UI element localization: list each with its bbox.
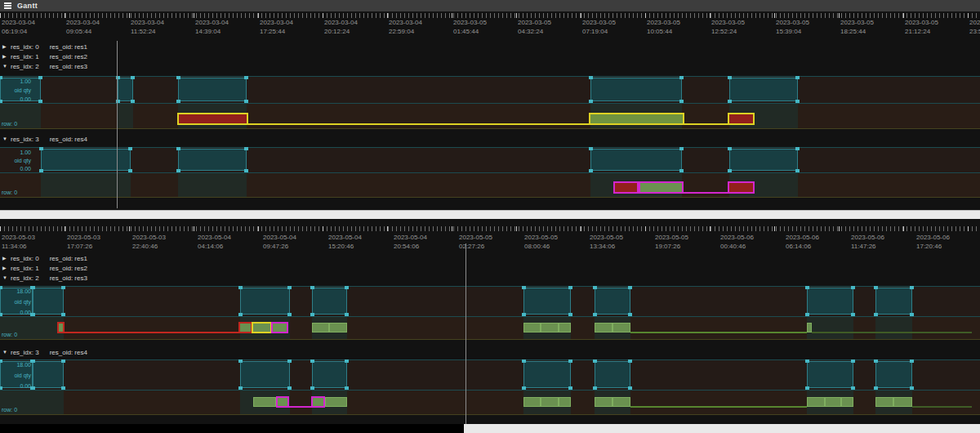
- task-bar[interactable]: [312, 323, 329, 333]
- bar-handle[interactable]: [593, 313, 597, 316]
- triangle-right-icon[interactable]: ▶: [2, 42, 11, 51]
- capacity-bar[interactable]: [178, 149, 247, 171]
- bar-handle[interactable]: [805, 286, 809, 289]
- bar-handle[interactable]: [244, 100, 248, 103]
- task-bar[interactable]: [613, 181, 639, 194]
- task-bar[interactable]: [612, 397, 630, 407]
- capacity-bar[interactable]: [729, 149, 798, 171]
- resource-row-expanded[interactable]: ▼res_idx: 2res_oid: res3: [2, 62, 87, 71]
- bar-handle[interactable]: [61, 313, 65, 316]
- bar-handle[interactable]: [238, 313, 243, 316]
- bar-handle[interactable]: [345, 386, 349, 390]
- resource-row-expanded[interactable]: ▼res_idx: 2res_oid: res3: [2, 274, 87, 283]
- bar-handle[interactable]: [593, 359, 597, 363]
- task-bar[interactable]: [595, 397, 612, 407]
- bar-handle[interactable]: [310, 359, 314, 363]
- bar-handle[interactable]: [589, 100, 593, 103]
- bar-handle[interactable]: [728, 100, 732, 103]
- bar-handle[interactable]: [39, 169, 43, 172]
- capacity-bar[interactable]: [240, 361, 290, 388]
- bar-handle[interactable]: [568, 386, 572, 390]
- task-bar[interactable]: [523, 323, 541, 333]
- bar-handle[interactable]: [176, 147, 180, 150]
- bar-handle[interactable]: [345, 286, 349, 289]
- capacity-bar[interactable]: [875, 288, 912, 315]
- resource-row-collapsed[interactable]: ▶res_idx: 1res_oid: res2: [2, 264, 87, 273]
- bar-handle[interactable]: [131, 100, 135, 103]
- bar-handle[interactable]: [38, 76, 42, 79]
- task-bar[interactable]: [589, 113, 684, 125]
- bar-handle[interactable]: [851, 386, 855, 390]
- bar-handle[interactable]: [805, 359, 809, 363]
- bar-handle[interactable]: [874, 313, 878, 316]
- bar-handle[interactable]: [287, 359, 292, 363]
- task-bar[interactable]: [893, 397, 912, 407]
- task-bar[interactable]: [325, 397, 347, 407]
- capacity-bar[interactable]: [33, 361, 64, 388]
- task-bar[interactable]: [276, 396, 289, 408]
- capacity-bar[interactable]: [590, 149, 682, 171]
- task-bar[interactable]: [252, 322, 272, 333]
- bar-handle[interactable]: [795, 169, 800, 172]
- bar-handle[interactable]: [874, 359, 878, 363]
- triangle-right-icon[interactable]: ▶: [2, 264, 11, 273]
- task-bar[interactable]: [541, 323, 559, 333]
- bar-handle[interactable]: [238, 386, 243, 390]
- bar-handle[interactable]: [131, 76, 135, 79]
- bar-handle[interactable]: [176, 76, 180, 79]
- bar-handle[interactable]: [589, 147, 593, 150]
- triangle-down-icon[interactable]: ▼: [2, 274, 11, 283]
- capacity-bar[interactable]: [523, 288, 571, 315]
- capacity-bar[interactable]: [807, 288, 853, 315]
- bar-handle[interactable]: [128, 147, 132, 150]
- task-bar[interactable]: [825, 397, 841, 407]
- resource-row-expanded[interactable]: ▼res_idx: 3res_oid: res4: [2, 135, 87, 144]
- bar-handle[interactable]: [568, 313, 572, 316]
- resource-row-collapsed[interactable]: ▶res_idx: 1res_oid: res2: [2, 52, 87, 61]
- bar-handle[interactable]: [238, 286, 243, 289]
- bar-handle[interactable]: [628, 313, 632, 316]
- bar-handle[interactable]: [628, 286, 632, 289]
- task-bar[interactable]: [807, 397, 825, 407]
- bar-handle[interactable]: [38, 100, 42, 103]
- bar-handle[interactable]: [31, 359, 35, 363]
- bar-handle[interactable]: [31, 386, 35, 390]
- triangle-down-icon[interactable]: ▼: [2, 62, 11, 71]
- capacity-bar[interactable]: [590, 78, 682, 101]
- bar-handle[interactable]: [310, 286, 314, 289]
- bar-handle[interactable]: [805, 386, 809, 390]
- bar-handle[interactable]: [568, 286, 572, 289]
- task-bar[interactable]: [311, 396, 325, 408]
- task-bar[interactable]: [728, 181, 755, 194]
- bar-handle[interactable]: [522, 286, 526, 289]
- capacity-bar[interactable]: [312, 288, 347, 315]
- bar-handle[interactable]: [628, 359, 632, 363]
- capacity-bar[interactable]: [875, 361, 912, 388]
- task-bar[interactable]: [559, 397, 571, 407]
- capacity-bar[interactable]: [312, 361, 347, 388]
- bar-handle[interactable]: [851, 313, 855, 316]
- bar-handle[interactable]: [679, 169, 684, 172]
- bar-handle[interactable]: [910, 313, 914, 316]
- window-titlebar[interactable]: Gantt: [0, 0, 980, 11]
- bar-handle[interactable]: [287, 286, 292, 289]
- bar-handle[interactable]: [345, 359, 349, 363]
- bar-handle[interactable]: [522, 313, 526, 316]
- capacity-bar[interactable]: [595, 288, 630, 315]
- bar-handle[interactable]: [61, 386, 65, 390]
- task-bar[interactable]: [329, 323, 347, 333]
- task-bar[interactable]: [57, 322, 65, 333]
- panel-splitter-scrollbar[interactable]: [0, 210, 980, 219]
- bar-handle[interactable]: [589, 76, 593, 79]
- task-bar[interactable]: [523, 397, 541, 407]
- bar-handle[interactable]: [244, 169, 248, 172]
- task-bar[interactable]: [639, 181, 684, 194]
- bar-handle[interactable]: [874, 286, 878, 289]
- bar-handle[interactable]: [31, 286, 35, 289]
- bar-handle[interactable]: [522, 359, 526, 363]
- bar-handle[interactable]: [61, 286, 65, 289]
- triangle-down-icon[interactable]: ▼: [2, 348, 11, 357]
- task-bar[interactable]: [595, 323, 612, 333]
- triangle-right-icon[interactable]: ▶: [2, 254, 11, 263]
- bar-handle[interactable]: [874, 386, 878, 390]
